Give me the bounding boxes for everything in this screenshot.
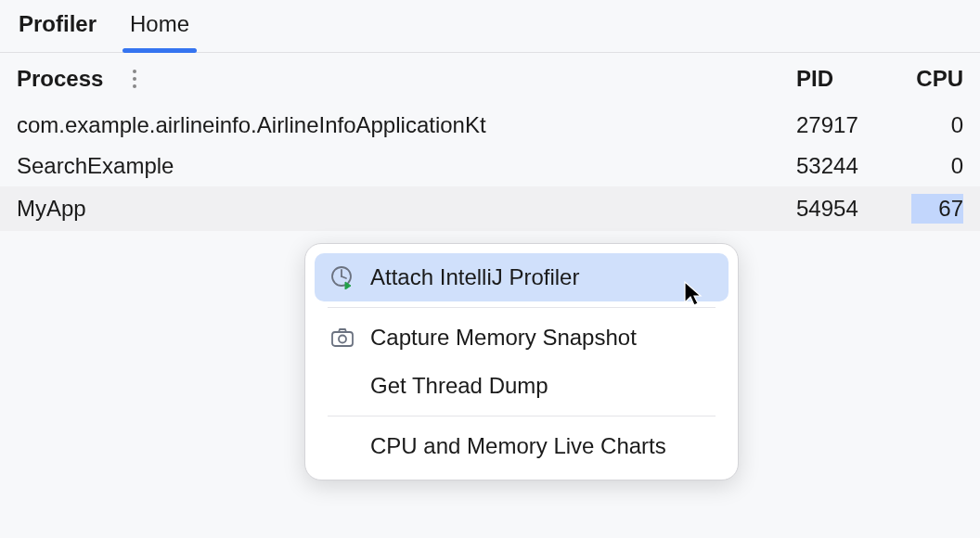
process-cpu: 0 bbox=[898, 153, 963, 179]
svg-rect-3 bbox=[332, 332, 353, 346]
process-cpu: 67 bbox=[898, 194, 963, 224]
process-name: MyApp bbox=[17, 196, 796, 222]
tab-profiler[interactable]: Profiler bbox=[19, 11, 97, 52]
menu-live-charts[interactable]: CPU and Memory Live Charts bbox=[315, 422, 729, 470]
profiler-icon bbox=[329, 264, 355, 290]
process-pid: 54954 bbox=[796, 196, 898, 222]
more-options-icon[interactable] bbox=[129, 66, 140, 92]
menu-capture-snapshot[interactable]: Capture Memory Snapshot bbox=[315, 314, 729, 362]
table-row[interactable]: SearchExample 53244 0 bbox=[0, 146, 980, 186]
menu-separator bbox=[328, 307, 716, 308]
menu-separator bbox=[328, 416, 716, 416]
menu-item-label: CPU and Memory Live Charts bbox=[370, 433, 666, 459]
menu-attach-profiler[interactable]: Attach IntelliJ Profiler bbox=[315, 253, 729, 301]
process-pid: 27917 bbox=[796, 112, 898, 138]
header-process-label: Process bbox=[17, 66, 103, 92]
tab-bar: Profiler Home bbox=[0, 0, 980, 53]
process-name: SearchExample bbox=[17, 153, 796, 179]
svg-line-2 bbox=[342, 276, 346, 278]
process-name: com.example.airlineinfo.AirlineInfoAppli… bbox=[17, 112, 796, 138]
context-menu: Attach IntelliJ Profiler Capture Memory … bbox=[304, 243, 739, 480]
tab-home[interactable]: Home bbox=[130, 11, 189, 52]
camera-icon bbox=[329, 325, 355, 351]
process-pid: 53244 bbox=[796, 153, 898, 179]
process-cpu: 0 bbox=[898, 112, 963, 138]
menu-item-label: Attach IntelliJ Profiler bbox=[370, 264, 579, 290]
header-process: Process bbox=[17, 66, 796, 92]
table-header: Process PID CPU bbox=[0, 53, 980, 105]
menu-item-label: Get Thread Dump bbox=[370, 373, 548, 399]
table-row[interactable]: com.example.airlineinfo.AirlineInfoAppli… bbox=[0, 105, 980, 146]
svg-point-4 bbox=[339, 336, 346, 343]
header-pid: PID bbox=[796, 66, 898, 92]
header-cpu: CPU bbox=[898, 66, 963, 92]
table-row[interactable]: MyApp 54954 67 bbox=[0, 186, 980, 231]
menu-item-label: Capture Memory Snapshot bbox=[370, 325, 637, 351]
menu-thread-dump[interactable]: Get Thread Dump bbox=[315, 362, 729, 410]
